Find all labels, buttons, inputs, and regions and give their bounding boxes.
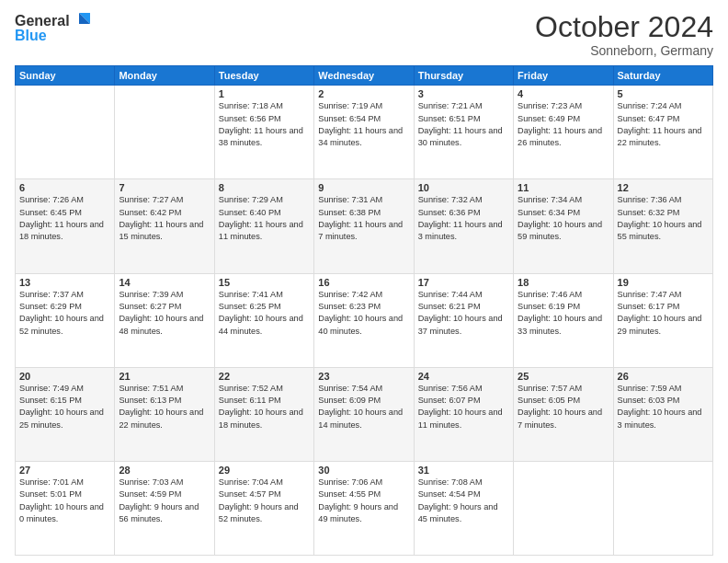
calendar-cell: 2Sunrise: 7:19 AMSunset: 6:54 PMDaylight… (314, 86, 414, 179)
cell-info: Sunrise: 7:57 AMSunset: 6:05 PMDaylight:… (518, 383, 609, 431)
cell-info: Sunrise: 7:47 AMSunset: 6:17 PMDaylight:… (618, 289, 709, 338)
cell-date-number: 30 (318, 465, 409, 476)
cell-date-number: 10 (418, 182, 509, 193)
calendar-cell: 29Sunrise: 7:04 AMSunset: 4:57 PMDayligh… (214, 461, 313, 555)
calendar-cell: 8Sunrise: 7:29 AMSunset: 6:40 PMDaylight… (214, 179, 313, 273)
calendar-cell: 4Sunrise: 7:23 AMSunset: 6:49 PMDaylight… (514, 86, 613, 179)
cell-info: Sunrise: 7:42 AMSunset: 6:23 PMDaylight:… (318, 289, 409, 338)
cell-date-number: 16 (318, 277, 409, 288)
cell-info: Sunrise: 7:29 AMSunset: 6:40 PMDaylight:… (219, 194, 310, 243)
calendar-cell: 13Sunrise: 7:37 AMSunset: 6:29 PMDayligh… (16, 273, 115, 367)
month-title: October 2024 (535, 11, 713, 43)
cell-info: Sunrise: 7:51 AMSunset: 6:13 PMDaylight:… (119, 383, 210, 431)
weekday-header: Friday (514, 66, 613, 86)
weekday-header: Sunday (16, 66, 115, 86)
cell-info: Sunrise: 7:37 AMSunset: 6:29 PMDaylight:… (19, 289, 110, 338)
cell-date-number: 29 (219, 465, 310, 476)
calendar-header: SundayMondayTuesdayWednesdayThursdayFrid… (16, 66, 713, 86)
calendar-cell: 26Sunrise: 7:59 AMSunset: 6:03 PMDayligh… (613, 367, 712, 461)
cell-info: Sunrise: 7:52 AMSunset: 6:11 PMDaylight:… (219, 383, 310, 431)
calendar-cell: 18Sunrise: 7:46 AMSunset: 6:19 PMDayligh… (514, 273, 613, 367)
calendar-cell: 10Sunrise: 7:32 AMSunset: 6:36 PMDayligh… (414, 179, 513, 273)
cell-info: Sunrise: 7:59 AMSunset: 6:03 PMDaylight:… (618, 383, 709, 431)
calendar-cell (514, 461, 613, 555)
calendar-cell: 25Sunrise: 7:57 AMSunset: 6:05 PMDayligh… (514, 367, 613, 461)
cell-info: Sunrise: 7:56 AMSunset: 6:07 PMDaylight:… (418, 383, 509, 431)
calendar-cell: 17Sunrise: 7:44 AMSunset: 6:21 PMDayligh… (414, 273, 513, 367)
cell-date-number: 31 (418, 465, 509, 476)
calendar-cell: 30Sunrise: 7:06 AMSunset: 4:55 PMDayligh… (314, 461, 414, 555)
cell-date-number: 15 (219, 277, 310, 288)
cell-info: Sunrise: 7:24 AMSunset: 6:47 PMDaylight:… (618, 100, 709, 149)
cell-date-number: 4 (518, 88, 609, 99)
cell-date-number: 21 (119, 371, 210, 382)
cell-info: Sunrise: 7:03 AMSunset: 4:59 PMDaylight:… (119, 477, 210, 525)
calendar-cell: 14Sunrise: 7:39 AMSunset: 6:27 PMDayligh… (115, 273, 214, 367)
cell-date-number: 23 (318, 371, 409, 382)
cell-date-number: 14 (119, 277, 210, 288)
cell-info: Sunrise: 7:32 AMSunset: 6:36 PMDaylight:… (418, 194, 509, 243)
cell-info: Sunrise: 7:54 AMSunset: 6:09 PMDaylight:… (318, 383, 409, 431)
weekday-header: Wednesday (314, 66, 414, 86)
cell-date-number: 22 (219, 371, 310, 382)
calendar-cell: 3Sunrise: 7:21 AMSunset: 6:51 PMDaylight… (414, 86, 513, 179)
calendar-cell: 20Sunrise: 7:49 AMSunset: 6:15 PMDayligh… (16, 367, 115, 461)
calendar-cell: 31Sunrise: 7:08 AMSunset: 4:54 PMDayligh… (414, 461, 513, 555)
calendar-cell: 19Sunrise: 7:47 AMSunset: 6:17 PMDayligh… (613, 273, 712, 367)
cell-info: Sunrise: 7:19 AMSunset: 6:54 PMDaylight:… (318, 100, 409, 149)
cell-date-number: 24 (418, 371, 509, 382)
weekday-header: Thursday (414, 66, 513, 86)
cell-date-number: 7 (119, 182, 210, 193)
calendar-cell (16, 86, 115, 179)
calendar-cell: 12Sunrise: 7:36 AMSunset: 6:32 PMDayligh… (613, 179, 712, 273)
weekday-header: Tuesday (214, 66, 313, 86)
calendar-cell: 22Sunrise: 7:52 AMSunset: 6:11 PMDayligh… (214, 367, 313, 461)
cell-date-number: 11 (518, 182, 609, 193)
calendar-cell: 15Sunrise: 7:41 AMSunset: 6:25 PMDayligh… (214, 273, 313, 367)
cell-info: Sunrise: 7:08 AMSunset: 4:54 PMDaylight:… (418, 477, 509, 525)
calendar-body: 1Sunrise: 7:18 AMSunset: 6:56 PMDaylight… (16, 86, 713, 556)
calendar: SundayMondayTuesdayWednesdayThursdayFrid… (15, 65, 713, 556)
cell-date-number: 28 (119, 465, 210, 476)
calendar-cell: 11Sunrise: 7:34 AMSunset: 6:34 PMDayligh… (514, 179, 613, 273)
cell-date-number: 13 (19, 277, 110, 288)
calendar-cell: 1Sunrise: 7:18 AMSunset: 6:56 PMDaylight… (214, 86, 313, 179)
cell-date-number: 3 (418, 88, 509, 99)
cell-info: Sunrise: 7:06 AMSunset: 4:55 PMDaylight:… (318, 477, 409, 525)
logo-icon (72, 11, 92, 31)
logo-blue-text: Blue (15, 28, 47, 44)
cell-info: Sunrise: 7:41 AMSunset: 6:25 PMDaylight:… (219, 289, 310, 338)
cell-info: Sunrise: 7:04 AMSunset: 4:57 PMDaylight:… (219, 477, 310, 525)
calendar-cell: 6Sunrise: 7:26 AMSunset: 6:45 PMDaylight… (16, 179, 115, 273)
weekday-header: Monday (115, 66, 214, 86)
cell-date-number: 27 (19, 465, 110, 476)
cell-date-number: 8 (219, 182, 310, 193)
calendar-cell: 28Sunrise: 7:03 AMSunset: 4:59 PMDayligh… (115, 461, 214, 555)
calendar-cell: 21Sunrise: 7:51 AMSunset: 6:13 PMDayligh… (115, 367, 214, 461)
cell-date-number: 9 (318, 182, 409, 193)
cell-date-number: 2 (318, 88, 409, 99)
cell-info: Sunrise: 7:21 AMSunset: 6:51 PMDaylight:… (418, 100, 509, 149)
cell-date-number: 26 (618, 371, 709, 382)
cell-date-number: 18 (518, 277, 609, 288)
calendar-cell: 7Sunrise: 7:27 AMSunset: 6:42 PMDaylight… (115, 179, 214, 273)
cell-info: Sunrise: 7:34 AMSunset: 6:34 PMDaylight:… (518, 194, 609, 243)
cell-info: Sunrise: 7:01 AMSunset: 5:01 PMDaylight:… (19, 477, 110, 525)
cell-info: Sunrise: 7:31 AMSunset: 6:38 PMDaylight:… (318, 194, 409, 243)
calendar-cell: 27Sunrise: 7:01 AMSunset: 5:01 PMDayligh… (16, 461, 115, 555)
calendar-cell: 16Sunrise: 7:42 AMSunset: 6:23 PMDayligh… (314, 273, 414, 367)
cell-info: Sunrise: 7:49 AMSunset: 6:15 PMDaylight:… (19, 383, 110, 431)
title-block: October 2024 Sonneborn, Germany (535, 11, 713, 58)
weekday-header: Saturday (613, 66, 712, 86)
cell-info: Sunrise: 7:44 AMSunset: 6:21 PMDaylight:… (418, 289, 509, 338)
logo: General Blue (15, 11, 92, 44)
calendar-cell: 24Sunrise: 7:56 AMSunset: 6:07 PMDayligh… (414, 367, 513, 461)
page: General Blue October 2024 Sonneborn, Ger… (0, 0, 728, 563)
cell-info: Sunrise: 7:26 AMSunset: 6:45 PMDaylight:… (19, 194, 110, 243)
cell-date-number: 6 (19, 182, 110, 193)
cell-date-number: 25 (518, 371, 609, 382)
calendar-cell: 23Sunrise: 7:54 AMSunset: 6:09 PMDayligh… (314, 367, 414, 461)
calendar-cell (115, 86, 214, 179)
location-subtitle: Sonneborn, Germany (535, 43, 713, 58)
cell-info: Sunrise: 7:18 AMSunset: 6:56 PMDaylight:… (219, 100, 310, 149)
